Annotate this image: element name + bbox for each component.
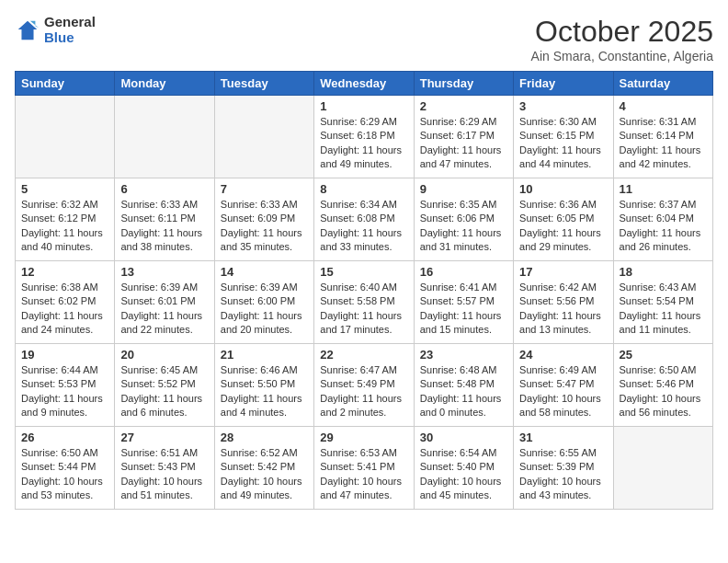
calendar-cell: 7Sunrise: 6:33 AMSunset: 6:09 PMDaylight… bbox=[214, 178, 313, 261]
calendar-cell: 4Sunrise: 6:31 AMSunset: 6:14 PMDaylight… bbox=[613, 96, 712, 178]
day-info: Sunrise: 6:44 AMSunset: 5:53 PMDaylight:… bbox=[21, 363, 108, 420]
calendar-cell: 31Sunrise: 6:55 AMSunset: 5:39 PMDayligh… bbox=[514, 427, 613, 510]
day-number: 17 bbox=[519, 265, 607, 279]
day-number: 4 bbox=[620, 99, 707, 113]
day-info: Sunrise: 6:31 AMSunset: 6:14 PMDaylight:… bbox=[620, 115, 707, 172]
calendar-cell bbox=[16, 96, 115, 178]
day-info: Sunrise: 6:33 AMSunset: 6:09 PMDaylight:… bbox=[221, 198, 308, 255]
weekday-header: Tuesday bbox=[214, 72, 313, 96]
day-number: 25 bbox=[620, 348, 707, 362]
day-info: Sunrise: 6:47 AMSunset: 5:49 PMDaylight:… bbox=[320, 363, 407, 420]
day-number: 26 bbox=[21, 431, 108, 444]
page-header: General Blue October 2025 Ain Smara, Con… bbox=[15, 15, 713, 63]
weekday-row: SundayMondayTuesdayWednesdayThursdayFrid… bbox=[16, 72, 713, 96]
title-block: October 2025 Ain Smara, Constantine, Alg… bbox=[531, 15, 713, 63]
day-number: 6 bbox=[120, 182, 208, 196]
day-number: 27 bbox=[120, 431, 208, 444]
day-info: Sunrise: 6:38 AMSunset: 6:02 PMDaylight:… bbox=[21, 281, 108, 338]
day-number: 22 bbox=[320, 348, 407, 362]
day-info: Sunrise: 6:34 AMSunset: 6:08 PMDaylight:… bbox=[320, 198, 407, 255]
day-info: Sunrise: 6:39 AMSunset: 6:00 PMDaylight:… bbox=[221, 281, 308, 338]
day-info: Sunrise: 6:50 AMSunset: 5:44 PMDaylight:… bbox=[21, 446, 108, 503]
calendar-cell: 23Sunrise: 6:48 AMSunset: 5:48 PMDayligh… bbox=[414, 344, 513, 427]
day-number: 8 bbox=[320, 182, 407, 196]
day-number: 15 bbox=[320, 265, 407, 279]
day-number: 9 bbox=[420, 182, 507, 196]
day-info: Sunrise: 6:40 AMSunset: 5:58 PMDaylight:… bbox=[320, 281, 407, 338]
location: Ain Smara, Constantine, Algeria bbox=[531, 49, 713, 63]
calendar-cell: 27Sunrise: 6:51 AMSunset: 5:43 PMDayligh… bbox=[115, 427, 214, 510]
day-info: Sunrise: 6:37 AMSunset: 6:04 PMDaylight:… bbox=[620, 198, 707, 255]
day-info: Sunrise: 6:36 AMSunset: 6:05 PMDaylight:… bbox=[519, 198, 607, 255]
logo-general-text: General bbox=[44, 15, 96, 30]
calendar-header: SundayMondayTuesdayWednesdayThursdayFrid… bbox=[16, 72, 713, 96]
calendar-cell bbox=[613, 427, 712, 510]
calendar-cell: 24Sunrise: 6:49 AMSunset: 5:47 PMDayligh… bbox=[514, 344, 613, 427]
calendar-cell: 22Sunrise: 6:47 AMSunset: 5:49 PMDayligh… bbox=[314, 344, 414, 427]
day-number: 18 bbox=[620, 265, 707, 279]
logo-text: General Blue bbox=[44, 15, 96, 45]
calendar-cell: 17Sunrise: 6:42 AMSunset: 5:56 PMDayligh… bbox=[514, 261, 613, 344]
calendar-week-row: 1Sunrise: 6:29 AMSunset: 6:18 PMDaylight… bbox=[16, 96, 713, 178]
month-title: October 2025 bbox=[531, 15, 713, 49]
weekday-header: Wednesday bbox=[314, 72, 414, 96]
day-number: 23 bbox=[420, 348, 507, 362]
day-info: Sunrise: 6:49 AMSunset: 5:47 PMDaylight:… bbox=[519, 363, 607, 420]
calendar-cell: 9Sunrise: 6:35 AMSunset: 6:06 PMDaylight… bbox=[414, 178, 513, 261]
weekday-header: Sunday bbox=[16, 72, 115, 96]
day-info: Sunrise: 6:33 AMSunset: 6:11 PMDaylight:… bbox=[120, 198, 208, 255]
calendar-cell: 28Sunrise: 6:52 AMSunset: 5:42 PMDayligh… bbox=[214, 427, 313, 510]
calendar-cell: 18Sunrise: 6:43 AMSunset: 5:54 PMDayligh… bbox=[613, 261, 712, 344]
calendar-cell: 13Sunrise: 6:39 AMSunset: 6:01 PMDayligh… bbox=[115, 261, 214, 344]
calendar-week-row: 5Sunrise: 6:32 AMSunset: 6:12 PMDaylight… bbox=[16, 178, 713, 261]
calendar-cell: 19Sunrise: 6:44 AMSunset: 5:53 PMDayligh… bbox=[16, 344, 115, 427]
day-info: Sunrise: 6:30 AMSunset: 6:15 PMDaylight:… bbox=[519, 115, 607, 172]
day-info: Sunrise: 6:46 AMSunset: 5:50 PMDaylight:… bbox=[221, 363, 308, 420]
calendar-cell: 1Sunrise: 6:29 AMSunset: 6:18 PMDaylight… bbox=[314, 96, 414, 178]
weekday-header: Friday bbox=[514, 72, 613, 96]
day-number: 20 bbox=[120, 348, 208, 362]
calendar-cell: 29Sunrise: 6:53 AMSunset: 5:41 PMDayligh… bbox=[314, 427, 414, 510]
calendar-cell: 11Sunrise: 6:37 AMSunset: 6:04 PMDayligh… bbox=[613, 178, 712, 261]
calendar-cell: 10Sunrise: 6:36 AMSunset: 6:05 PMDayligh… bbox=[514, 178, 613, 261]
logo-icon bbox=[15, 17, 40, 43]
calendar-cell: 6Sunrise: 6:33 AMSunset: 6:11 PMDaylight… bbox=[115, 178, 214, 261]
calendar-cell bbox=[214, 96, 313, 178]
day-number: 1 bbox=[320, 99, 407, 113]
day-number: 13 bbox=[120, 265, 208, 279]
day-info: Sunrise: 6:51 AMSunset: 5:43 PMDaylight:… bbox=[120, 446, 208, 503]
calendar-cell: 30Sunrise: 6:54 AMSunset: 5:40 PMDayligh… bbox=[414, 427, 513, 510]
day-number: 28 bbox=[221, 431, 308, 444]
calendar-week-row: 19Sunrise: 6:44 AMSunset: 5:53 PMDayligh… bbox=[16, 344, 713, 427]
calendar-cell: 14Sunrise: 6:39 AMSunset: 6:00 PMDayligh… bbox=[214, 261, 313, 344]
day-number: 19 bbox=[21, 348, 108, 362]
day-info: Sunrise: 6:41 AMSunset: 5:57 PMDaylight:… bbox=[420, 281, 507, 338]
logo-blue-text: Blue bbox=[44, 30, 96, 46]
day-info: Sunrise: 6:54 AMSunset: 5:40 PMDaylight:… bbox=[420, 446, 507, 503]
day-number: 12 bbox=[21, 265, 108, 279]
calendar-cell: 26Sunrise: 6:50 AMSunset: 5:44 PMDayligh… bbox=[16, 427, 115, 510]
day-number: 2 bbox=[420, 99, 507, 113]
calendar-cell: 15Sunrise: 6:40 AMSunset: 5:58 PMDayligh… bbox=[314, 261, 414, 344]
calendar-week-row: 26Sunrise: 6:50 AMSunset: 5:44 PMDayligh… bbox=[16, 427, 713, 510]
day-number: 10 bbox=[519, 182, 607, 196]
day-number: 29 bbox=[320, 431, 407, 444]
weekday-header: Thursday bbox=[414, 72, 513, 96]
calendar-cell bbox=[115, 96, 214, 178]
day-info: Sunrise: 6:42 AMSunset: 5:56 PMDaylight:… bbox=[519, 281, 607, 338]
calendar-week-row: 12Sunrise: 6:38 AMSunset: 6:02 PMDayligh… bbox=[16, 261, 713, 344]
calendar-body: 1Sunrise: 6:29 AMSunset: 6:18 PMDaylight… bbox=[16, 96, 713, 510]
day-number: 3 bbox=[519, 99, 607, 113]
weekday-header: Saturday bbox=[613, 72, 712, 96]
day-info: Sunrise: 6:29 AMSunset: 6:18 PMDaylight:… bbox=[320, 115, 407, 172]
day-number: 21 bbox=[221, 348, 308, 362]
day-info: Sunrise: 6:39 AMSunset: 6:01 PMDaylight:… bbox=[120, 281, 208, 338]
logo: General Blue bbox=[15, 15, 96, 45]
day-number: 5 bbox=[21, 182, 108, 196]
calendar-table: SundayMondayTuesdayWednesdayThursdayFrid… bbox=[15, 71, 713, 510]
day-info: Sunrise: 6:45 AMSunset: 5:52 PMDaylight:… bbox=[120, 363, 208, 420]
day-info: Sunrise: 6:32 AMSunset: 6:12 PMDaylight:… bbox=[21, 198, 108, 255]
day-info: Sunrise: 6:55 AMSunset: 5:39 PMDaylight:… bbox=[519, 446, 607, 503]
day-info: Sunrise: 6:53 AMSunset: 5:41 PMDaylight:… bbox=[320, 446, 407, 503]
calendar-cell: 2Sunrise: 6:29 AMSunset: 6:17 PMDaylight… bbox=[414, 96, 513, 178]
